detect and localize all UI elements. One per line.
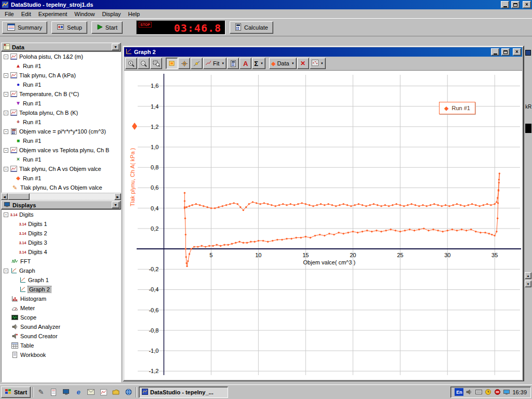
display-item[interactable]: Histogram xyxy=(2,294,121,303)
display-item[interactable]: Scope xyxy=(2,313,121,322)
calculate-button[interactable]: Calculate xyxy=(230,21,273,34)
slope-tool-button[interactable] xyxy=(191,58,203,69)
scroll-right-icon[interactable]: ▶ xyxy=(114,193,121,200)
data-item[interactable]: -Objem valce vs Teplota plynu, Ch B xyxy=(2,145,121,155)
collapse-icon[interactable]: - xyxy=(4,212,8,217)
collapse-icon[interactable]: - xyxy=(4,167,8,171)
data-item[interactable]: -Tlak plynu, Ch A (kPa) xyxy=(2,71,121,80)
delete-button[interactable]: ✕ xyxy=(297,58,309,69)
setup-button[interactable]: Setup xyxy=(51,21,87,34)
scroll-up-icon[interactable]: ▲ xyxy=(525,272,531,279)
menu-experiment[interactable]: Experiment xyxy=(35,10,71,18)
display-item[interactable]: -3.14Digits xyxy=(2,210,121,219)
collapse-icon[interactable]: - xyxy=(4,55,8,59)
data-tree-hscrollbar[interactable]: ◀ ▶ xyxy=(1,193,121,200)
chart-area[interactable]: -1,2-1,0-0,8-0,6-0,4-0,20,20,40,60,81,01… xyxy=(124,70,522,380)
zoom-in-button[interactable] xyxy=(125,58,137,69)
data-item[interactable]: -Tlak plynu, Ch A vs Objem valce xyxy=(2,164,121,174)
display-item[interactable]: Workbook xyxy=(2,350,121,360)
zoom-out-button[interactable] xyxy=(138,58,150,69)
workbook-icon xyxy=(11,352,19,358)
zoom-select-button[interactable] xyxy=(150,58,162,69)
display-item[interactable]: Meter xyxy=(2,303,121,313)
collapse-icon[interactable]: - xyxy=(4,73,8,78)
display-item[interactable]: Sound Creator xyxy=(2,331,121,341)
statistics-button[interactable]: Σ ▼ xyxy=(252,58,265,69)
display-item[interactable]: Sound Analyzer xyxy=(2,322,121,331)
collapse-icon[interactable]: - xyxy=(4,148,8,153)
menu-display[interactable]: Display xyxy=(98,10,124,18)
tray-display-icon[interactable] xyxy=(503,389,510,396)
quicklaunch-globe-icon[interactable] xyxy=(123,387,134,397)
display-item[interactable]: 3.14Digits 4 xyxy=(2,247,121,257)
graph-window-titlebar[interactable]: Graph 2 × xyxy=(124,47,522,57)
collapse-icon[interactable]: - xyxy=(4,269,8,273)
graph-settings-button[interactable]: ▼ xyxy=(310,58,326,69)
displays-panel-menu-button[interactable]: ▼ xyxy=(112,202,119,208)
display-item[interactable]: Graph 2 xyxy=(2,285,121,294)
scroll-left-icon[interactable]: ◀ xyxy=(1,193,8,200)
collapse-icon[interactable]: - xyxy=(4,129,8,134)
tray-antivirus-icon[interactable] xyxy=(494,389,501,396)
display-item[interactable]: -Graph xyxy=(2,266,121,275)
data-item[interactable]: -Teplota plynu, Ch B (K) xyxy=(2,108,121,117)
display-item[interactable]: Table xyxy=(2,341,121,350)
tray-keyboard-icon[interactable] xyxy=(475,389,482,396)
scroll-thumb[interactable] xyxy=(8,193,30,200)
data-item[interactable]: ✎Tlak plynu, Ch A vs Objem valce xyxy=(2,183,121,192)
start-menu-button[interactable]: Start xyxy=(1,387,31,398)
collapse-icon[interactable]: - xyxy=(4,111,8,115)
tray-speaker-icon[interactable] xyxy=(466,389,473,396)
graph-maximize-button[interactable] xyxy=(501,48,510,56)
run-item[interactable]: ▼Run #1 xyxy=(2,99,121,108)
start-button[interactable]: Start xyxy=(91,21,123,34)
calculate-tool-button[interactable] xyxy=(227,58,239,69)
quicklaunch-folder-icon[interactable] xyxy=(111,387,121,397)
data-item[interactable]: -Poloha pistu, Ch 1&2 (m) xyxy=(2,52,121,61)
quicklaunch-browser-icon[interactable]: e xyxy=(73,387,84,397)
quicklaunch-pencil-icon[interactable]: ✎ xyxy=(36,387,46,397)
data-panel-menu-button[interactable]: ▼ xyxy=(112,44,119,50)
close-button[interactable]: × xyxy=(523,1,531,8)
display-item[interactable]: Graph 1 xyxy=(2,275,121,285)
run-item[interactable]: ◆Run #1 xyxy=(2,174,121,183)
app-titlebar[interactable]: DataStudio - tepelny_stroj1.ds × xyxy=(0,0,532,9)
start-label: Start xyxy=(105,24,117,31)
data-menu-button[interactable]: ◆ Data ▼ xyxy=(269,58,297,69)
menu-window[interactable]: Window xyxy=(71,10,98,18)
data-highlight-button[interactable] xyxy=(166,58,178,69)
menu-help[interactable]: Help xyxy=(125,10,144,18)
tray-schedule-icon[interactable] xyxy=(484,389,491,396)
taskbar-clock[interactable]: 16:39 xyxy=(512,389,527,395)
fit-menu-button[interactable]: Fit ▼ xyxy=(203,58,227,69)
display-item[interactable]: 3.14Digits 2 xyxy=(2,229,121,238)
run-item[interactable]: ▲Run #1 xyxy=(2,61,121,71)
collapse-icon[interactable]: - xyxy=(4,92,8,97)
menu-edit[interactable]: Edit xyxy=(18,10,35,18)
summary-button[interactable]: Summary xyxy=(2,21,47,34)
graph-close-button[interactable]: × xyxy=(513,48,521,56)
display-item[interactable]: 3.14Digits 3 xyxy=(2,238,121,247)
quicklaunch-mail-icon[interactable] xyxy=(86,387,96,397)
scroll-down-icon[interactable]: ▼ xyxy=(525,281,531,287)
smart-tool-button[interactable] xyxy=(178,58,190,69)
language-indicator[interactable]: En xyxy=(455,388,463,396)
graph-minimize-button[interactable] xyxy=(491,48,499,56)
quicklaunch-chart-icon[interactable] xyxy=(98,387,109,397)
display-item[interactable]: FFT xyxy=(2,257,121,266)
legend[interactable]: ◆ Run #1 xyxy=(439,102,475,114)
minimize-button[interactable] xyxy=(501,1,509,8)
run-item[interactable]: ●Run #1 xyxy=(2,80,121,89)
menu-file[interactable]: File xyxy=(1,10,18,18)
data-item[interactable]: -Objem valce = pi*r*r*y*100 (cm^3) xyxy=(2,127,121,136)
quicklaunch-document-icon[interactable] xyxy=(48,387,59,397)
data-item[interactable]: -Temperature, Ch B (°C) xyxy=(2,89,121,99)
text-annotation-button[interactable]: A xyxy=(240,58,251,69)
maximize-button[interactable] xyxy=(511,1,520,8)
run-item[interactable]: ■Run #1 xyxy=(2,136,121,145)
run-item[interactable]: +Run #1 xyxy=(2,117,121,127)
quicklaunch-monitor-icon[interactable] xyxy=(61,387,71,397)
run-item[interactable]: ×Run #1 xyxy=(2,155,121,164)
display-item[interactable]: 3.14Digits 1 xyxy=(2,219,121,229)
task-button-datastudio[interactable]: DataStudio - tepelny_... xyxy=(139,387,228,398)
